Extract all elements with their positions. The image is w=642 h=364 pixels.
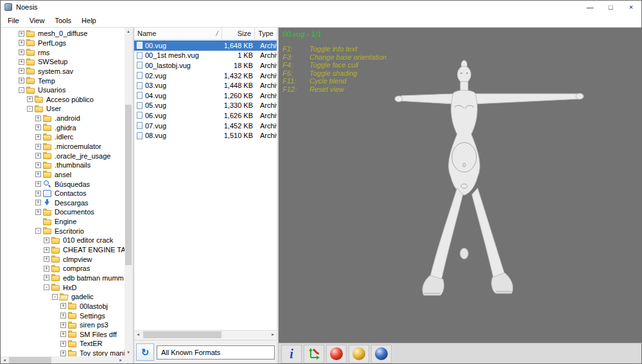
tree-item[interactable]: + rms: [1, 48, 125, 57]
file-row[interactable]: 00_lastobj.vug 18 KB Archivo \: [134, 60, 277, 71]
tree-item[interactable]: + system.sav: [1, 67, 125, 76]
format-select[interactable]: All Known Formats: [157, 345, 275, 360]
file-row[interactable]: 08.vug 1,510 KB Archivo \: [134, 130, 277, 141]
file-row[interactable]: 04.vug 1,260 KB Archivo \: [134, 91, 277, 101]
tree-expander[interactable]: +: [35, 116, 41, 121]
tree-item[interactable]: + .microemulator: [1, 142, 125, 152]
scroll-right-icon[interactable]: ▸: [269, 331, 277, 338]
tree-item[interactable]: + Descargas: [1, 198, 125, 208]
scroll-up-icon[interactable]: ▴: [125, 28, 132, 35]
preview-canvas[interactable]: 00.vug - 1/1 F1:Toggle info text F3:Chan…: [279, 28, 641, 364]
tree-item[interactable]: Engine: [1, 217, 125, 227]
scroll-left-icon[interactable]: ◂: [134, 331, 142, 338]
tree-expander[interactable]: +: [27, 96, 33, 102]
scrollbar-thumb[interactable]: [143, 331, 221, 338]
tree-item[interactable]: + TextER: [1, 339, 125, 349]
tree-expander[interactable]: +: [44, 247, 49, 253]
scroll-down-icon[interactable]: ▾: [125, 349, 132, 356]
info-button[interactable]: i: [281, 345, 302, 363]
scrollbar-thumb[interactable]: [125, 105, 132, 265]
tree-expander[interactable]: +: [60, 341, 66, 347]
tree-expander[interactable]: +: [19, 40, 24, 46]
file-row[interactable]: 02.vug 1,432 KB Archivo \: [134, 71, 277, 81]
tree-item[interactable]: + .android: [1, 114, 125, 123]
file-row[interactable]: 03.vug 1,448 KB Archivo \: [134, 80, 277, 91]
scroll-right-icon[interactable]: ▸: [117, 356, 125, 364]
close-button[interactable]: ×: [621, 1, 641, 13]
file-row[interactable]: 05.vug 1,330 KB Archivo \: [134, 101, 277, 111]
menu-item[interactable]: Tools: [49, 13, 76, 27]
tree-expander[interactable]: +: [35, 200, 41, 205]
column-header-type[interactable]: Type: [255, 28, 277, 39]
tree-expander[interactable]: +: [60, 303, 66, 309]
tree-expander[interactable]: +: [44, 238, 49, 243]
tree-expander[interactable]: +: [60, 313, 66, 318]
tree-expander[interactable]: +: [35, 171, 41, 177]
tree-expander[interactable]: +: [44, 275, 49, 281]
tree-expander[interactable]: +: [60, 322, 66, 328]
minimize-button[interactable]: —: [580, 1, 600, 13]
menu-item[interactable]: File: [3, 13, 24, 27]
material-blue-button[interactable]: [371, 345, 392, 363]
tree-item[interactable]: + CHEAT ENGINE TAB: [1, 245, 125, 255]
refresh-button[interactable]: ↻: [136, 343, 154, 361]
tree-expander[interactable]: +: [35, 162, 41, 168]
maximize-button[interactable]: □: [600, 1, 621, 13]
tree-item[interactable]: + .thumbnails: [1, 160, 125, 170]
tree-expander[interactable]: +: [60, 331, 66, 337]
tree-item[interactable]: + siren ps3: [1, 320, 125, 330]
file-row[interactable]: 07.vug 1,452 KB Archivo \: [134, 121, 277, 131]
tree-expander[interactable]: -: [44, 284, 49, 290]
tree-item[interactable]: + compras: [1, 264, 125, 273]
scroll-left-icon[interactable]: ◂: [1, 356, 8, 364]
tree-expander[interactable]: +: [19, 68, 24, 74]
tree-expander[interactable]: +: [35, 209, 41, 215]
tree-item[interactable]: + Documentos: [1, 207, 125, 217]
tree-expander[interactable]: -: [35, 228, 41, 234]
tree-item[interactable]: + ansel: [1, 170, 125, 180]
tree-expander[interactable]: +: [35, 181, 41, 187]
tree-expander[interactable]: -: [52, 294, 58, 300]
tree-item[interactable]: - gadelic: [1, 292, 125, 302]
material-gold-button[interactable]: [349, 345, 369, 363]
file-horizontal-scrollbar[interactable]: ◂ ▸: [134, 330, 277, 339]
tree-item[interactable]: + Temp: [1, 76, 125, 85]
tree-item[interactable]: - User: [1, 104, 125, 114]
column-header-name[interactable]: Name /: [134, 28, 222, 39]
tree-item[interactable]: + SM Files dff: [1, 330, 125, 340]
tree-item[interactable]: + clmpview: [1, 254, 125, 264]
tree-expander[interactable]: +: [60, 351, 66, 356]
axes-export-button[interactable]: [304, 345, 324, 363]
menu-item[interactable]: View: [24, 13, 50, 27]
tree-item[interactable]: - Usuarios: [1, 85, 125, 95]
tree-vertical-scrollbar[interactable]: ▴ ▾: [125, 28, 132, 356]
tree-expander[interactable]: +: [19, 59, 24, 65]
tree-expander[interactable]: +: [19, 78, 24, 83]
tree-expander[interactable]: +: [35, 134, 41, 140]
tree-item[interactable]: + Contactos: [1, 189, 125, 198]
tree-item[interactable]: - HxD: [1, 282, 125, 292]
tree-item[interactable]: + .ghidra: [1, 123, 125, 132]
tree-expander[interactable]: -: [19, 87, 24, 93]
tree-horizontal-scrollbar[interactable]: ◂ ▸: [1, 356, 125, 364]
tree-item[interactable]: + .oracle_jre_usage: [1, 151, 125, 160]
scrollbar-thumb[interactable]: [9, 357, 51, 363]
tree-item[interactable]: + 00lastobj: [1, 302, 125, 311]
tree-item[interactable]: + edb batman mumm: [1, 273, 125, 283]
tree-expander[interactable]: +: [35, 191, 41, 196]
tree-expander[interactable]: +: [44, 266, 49, 272]
tree-expander[interactable]: +: [44, 256, 49, 262]
column-header-size[interactable]: Size: [222, 28, 256, 39]
tree-item[interactable]: + Acceso público: [1, 94, 125, 104]
tree-item[interactable]: + 010 editor crack: [1, 236, 125, 245]
tree-item[interactable]: + .idlerc: [1, 132, 125, 142]
tree-item[interactable]: + Búsquedas: [1, 179, 125, 189]
tree-expander[interactable]: +: [35, 153, 41, 159]
tree-expander[interactable]: +: [19, 49, 24, 55]
tree-item[interactable]: + Settings: [1, 311, 125, 320]
tree-expander[interactable]: +: [35, 125, 41, 130]
menu-item[interactable]: Help: [76, 13, 101, 27]
file-row[interactable]: 00_1st mesh.vug 1 KB Archivo \: [134, 51, 277, 61]
tree-expander[interactable]: +: [35, 144, 41, 150]
file-row[interactable]: 00.vug 1,648 KB Archivo \: [134, 40, 277, 51]
